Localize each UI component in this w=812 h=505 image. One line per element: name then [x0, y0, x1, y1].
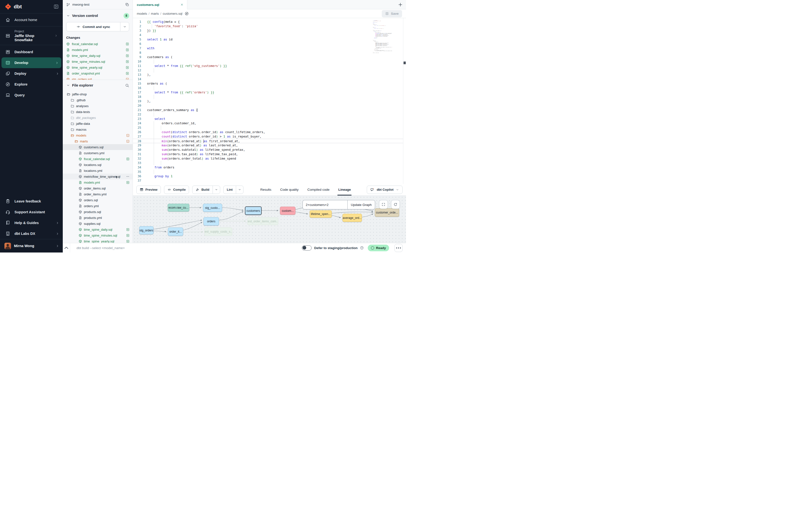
tree-item-metricflow-time-spine-sql[interactable]: metricflow_time_spine.sql	[63, 174, 133, 179]
sidebar-item-project[interactable]: ProjectJaffle Shop Snowflake	[0, 26, 63, 45]
tab-lineage[interactable]: Lineage	[338, 184, 351, 196]
breadcrumb-part[interactable]: models	[137, 12, 147, 15]
stage-plus-icon[interactable]	[126, 66, 129, 69]
update-graph-button[interactable]: Update Graph	[347, 200, 375, 209]
lint-button[interactable]: Lint	[223, 186, 243, 194]
lint-options-button[interactable]	[236, 186, 243, 194]
lineage-graph[interactable]: count_lifetim...test_order_items_com...t…	[133, 196, 406, 243]
modified-dot-icon[interactable]	[126, 134, 130, 137]
sidebar-item-query[interactable]: Query	[0, 90, 63, 101]
build-options-button[interactable]	[212, 186, 220, 194]
change-row[interactable]: time_spine_daily.sql	[63, 53, 133, 58]
tab-results[interactable]: Results	[261, 184, 272, 196]
sidebar-item-dashboard[interactable]: Dashboard	[0, 46, 63, 57]
tree-item-products-sql[interactable]: products.sql	[63, 209, 133, 215]
lineage-node-stg-custo-[interactable]: stg_custo...	[203, 204, 222, 212]
sidebar-item-dbt-labs-dx[interactable]: dbt Labs DX	[0, 228, 63, 239]
file-explorer-header[interactable]: File explorer	[63, 81, 133, 90]
tab-compiled-code[interactable]: Compiled code	[307, 184, 329, 196]
ready-status-badge[interactable]: Ready	[368, 245, 389, 251]
change-row[interactable]: time_spine_yearly.sql	[63, 64, 133, 70]
breadcrumb-part[interactable]: marts	[151, 12, 159, 15]
lineage-node-average-ord-[interactable]: average_ord...	[342, 214, 362, 222]
stage-plus-icon[interactable]	[126, 54, 129, 57]
tree-item-time-spine-daily-sql[interactable]: time_spine_daily.sql	[63, 226, 133, 232]
tree-item-jaffle-shop[interactable]: jaffle-shop	[63, 91, 133, 97]
command-input[interactable]: dbt build --select <model_name>	[70, 246, 302, 250]
lineage-node-customer-orde-[interactable]: customer_orde...	[375, 208, 399, 217]
tree-item-customers-yml[interactable]: customers.yml	[63, 150, 133, 156]
more-options-button[interactable]	[394, 244, 402, 252]
code-editor[interactable]: 1{{ config(meta = {2 'favorite_food': 'p…	[133, 18, 406, 184]
change-row[interactable]: order_snapshot.yml	[63, 70, 133, 76]
preview-button[interactable]: Preview	[136, 186, 161, 194]
tree-item-macros[interactable]: macros	[63, 127, 133, 132]
sidebar-item-account-home[interactable]: Account home	[0, 13, 63, 26]
tree-item-dbt-packages[interactable]: dbt_packages	[63, 115, 133, 121]
copy-icon[interactable]	[125, 3, 129, 7]
dbt-copilot-button[interactable]: dbt Copilot	[367, 186, 402, 194]
new-tab-button[interactable]	[398, 2, 403, 7]
change-row[interactable]: stg_orders.sql	[63, 76, 133, 80]
stage-plus-icon[interactable]	[126, 60, 129, 63]
commit-and-sync-button[interactable]: Commit and sync	[66, 22, 129, 31]
tree-item-marts[interactable]: marts	[63, 138, 133, 144]
modified-dot-icon[interactable]	[126, 140, 130, 143]
lineage-node-customers[interactable]: customers	[245, 206, 262, 215]
stage-plus-icon[interactable]	[126, 157, 130, 161]
tree-item-customers-sql[interactable]: customers.sql	[63, 144, 133, 150]
expand-command-bar-button[interactable]	[63, 243, 70, 252]
version-control-header[interactable]: Version control 8	[63, 12, 133, 20]
compile-button[interactable]: Compile	[164, 186, 189, 194]
change-row[interactable]: fiscal_calendar.sql	[63, 41, 133, 47]
stage-plus-icon[interactable]	[126, 228, 130, 231]
tree-item-models[interactable]: models	[63, 132, 133, 138]
user-menu[interactable]: Mirna Wong	[0, 239, 63, 252]
stage-plus-icon[interactable]	[126, 239, 130, 243]
tree-item-orders-sql[interactable]: orders.sql	[63, 197, 133, 203]
modified-dot-icon[interactable]	[126, 77, 129, 80]
tree-item-order-items-sql[interactable]: order_items.sql	[63, 185, 133, 191]
commit-options-button[interactable]	[120, 22, 129, 31]
scrollbar-thumb[interactable]	[403, 61, 406, 64]
compass-icon[interactable]	[185, 11, 189, 16]
tree-item-time-spine-minutes-sql[interactable]: time_spine_minutes.sql	[63, 232, 133, 238]
lineage-node-custom-[interactable]: custom...	[280, 207, 295, 215]
change-row[interactable]: models.yml	[63, 47, 133, 53]
lineage-node-stg-orders[interactable]: stg_orders	[139, 226, 153, 234]
refresh-button[interactable]	[391, 200, 400, 209]
sidebar-item-support-assistant[interactable]: Support Assistant	[0, 207, 63, 217]
tree-item-locations-sql[interactable]: locations.sql	[63, 162, 133, 168]
tree-item-models-yml[interactable]: models.yml	[63, 179, 133, 185]
sidebar-item-help-guides[interactable]: Help & Guides	[0, 217, 63, 228]
tree-item-supplies-sql[interactable]: supplies.sql	[63, 221, 133, 226]
lineage-node-orders[interactable]: orders	[203, 217, 219, 225]
minimap[interactable]: {{ config(meta = { 'favorite_food': 'piz…	[373, 20, 392, 74]
lineage-node-lifetime-spen-[interactable]: lifetime_spen...	[310, 210, 332, 218]
stage-plus-icon[interactable]	[126, 71, 129, 75]
tab-code-quality[interactable]: Code quality	[280, 184, 299, 196]
close-icon[interactable]	[180, 3, 184, 6]
stage-plus-icon[interactable]	[126, 233, 130, 237]
tree-item-fiscal-calendar-sql[interactable]: fiscal_calendar.sql	[63, 156, 133, 162]
tree-item--github[interactable]: .github	[63, 97, 133, 103]
tree-item-locations-yml[interactable]: locations.yml	[63, 168, 133, 174]
search-icon[interactable]	[125, 83, 129, 88]
collapse-sidebar-icon[interactable]	[53, 4, 59, 9]
tree-item-data-tests[interactable]: data-tests	[63, 109, 133, 115]
help-circle-icon[interactable]	[360, 246, 364, 250]
tree-item-order-items-yml[interactable]: order_items.yml	[63, 191, 133, 197]
fullscreen-button[interactable]	[379, 200, 388, 209]
build-button[interactable]: Build	[192, 186, 220, 194]
change-row[interactable]: time_spine_minutes.sql	[63, 58, 133, 64]
sidebar-item-explore[interactable]: Explore	[0, 79, 63, 90]
more-options-icon[interactable]	[126, 175, 130, 178]
lineage-search-input[interactable]	[303, 203, 347, 207]
tree-item-orders-yml[interactable]: orders.yml	[63, 203, 133, 209]
tree-item-analyses[interactable]: analyses	[63, 103, 133, 109]
tab-customers-sql[interactable]: customers.sql	[133, 0, 187, 9]
breadcrumb-part[interactable]: customers.sql	[163, 12, 182, 15]
tree-item-products-yml[interactable]: products.yml	[63, 215, 133, 221]
lineage-node-order-it-[interactable]: order_it...	[168, 227, 183, 236]
sidebar-item-deploy[interactable]: Deploy	[0, 68, 63, 79]
